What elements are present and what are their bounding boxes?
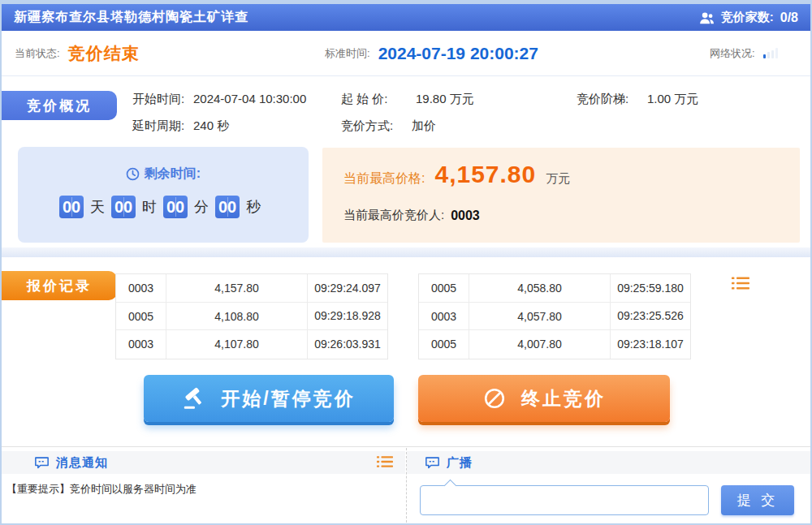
time-cell: 09:26:03.931 [308, 330, 387, 358]
submit-button[interactable]: 提 交 [721, 485, 794, 515]
countdown-unit-day: 天 [90, 197, 105, 217]
bidder-cell: 0003 [419, 303, 469, 330]
broadcast-input[interactable] [420, 485, 709, 515]
bid-step-value: 1.00 万元 [647, 92, 698, 107]
delay-period-value: 240 秒 [193, 118, 229, 134]
start-time-value: 2024-07-04 10:30:00 [193, 92, 306, 105]
notice-panel-header: 消息通知 [2, 451, 405, 474]
bidder-cell: 0005 [419, 330, 469, 359]
bid-method-label: 竞价方式: [341, 118, 393, 134]
highest-bidder-line: 当前最高价竞价人: 0003 [343, 208, 480, 223]
highest-price-value: 4,157.80 [434, 161, 536, 188]
bidders-label: 竞价家数: [721, 10, 774, 25]
time-cell: 09:23:18.107 [611, 330, 690, 358]
network-status: 网络状况: [710, 31, 778, 75]
bid-records-table-left: 0003 4,157.80 09:29:24.097 0005 4,108.80… [115, 273, 388, 359]
clock-icon [126, 167, 140, 181]
bidders-count: 0/8 [780, 11, 798, 25]
price-cell: 4,007.80 [469, 330, 611, 359]
highest-price-line: 当前最高价格: 4,157.80 万元 [343, 161, 570, 188]
standard-time: 标准时间: 2024-07-19 20:00:27 [325, 31, 538, 75]
bidder-cell: 0005 [419, 274, 469, 302]
time-cell: 09:29:18.928 [308, 302, 387, 329]
broadcast-panel-header: 广播 [407, 451, 810, 474]
chat-bubble-icon [425, 456, 440, 470]
user-group-icon [699, 11, 715, 24]
countdown-unit-minute: 分 [194, 197, 209, 217]
table-row: 0005 4,007.80 09:23:18.107 [419, 330, 690, 359]
ban-icon [482, 386, 507, 411]
section-divider [2, 247, 810, 257]
highest-bidder-label: 当前最高价竞价人: [343, 208, 444, 223]
price-cell: 4,107.80 [166, 330, 308, 359]
highest-price-unit: 万元 [546, 171, 570, 187]
start-pause-label: 开始/暂停竞价 [221, 386, 355, 411]
countdown-hours: 00 [111, 196, 136, 218]
delay-period-label: 延时周期: [132, 118, 184, 134]
current-status: 当前状态: 竞价结束 [15, 31, 140, 75]
gavel-icon [182, 386, 206, 411]
standard-time-label: 标准时间: [325, 46, 370, 61]
bid-records-table-right: 0005 4,058.80 09:25:59.180 0003 4,057.80… [418, 273, 691, 359]
time-cell: 09:23:25.526 [611, 302, 690, 329]
price-cell: 4,108.80 [166, 303, 308, 330]
highest-price-label: 当前最高价格: [343, 170, 425, 187]
price-cell: 4,157.80 [166, 274, 308, 302]
standard-time-value: 2024-07-19 20:00:27 [378, 44, 538, 63]
price-cell: 4,058.80 [469, 274, 611, 302]
current-status-value: 竞价结束 [68, 42, 140, 65]
bidder-cell: 0003 [116, 330, 166, 359]
bidder-cell: 0005 [116, 303, 166, 330]
price-cell: 4,057.80 [469, 303, 611, 330]
countdown-days: 00 [59, 196, 84, 218]
table-row: 0003 4,157.80 09:29:24.097 [116, 274, 387, 303]
title-bar: 新疆察布查尔县塔勒德村陶瓷土矿详查 竞价家数: 0/8 [2, 4, 810, 31]
page-title: 新疆察布查尔县塔勒德村陶瓷土矿详查 [14, 9, 248, 26]
terminate-label: 终止竞价 [521, 386, 606, 411]
status-bar: 当前状态: 竞价结束 标准时间: 2024-07-19 20:00:27 网络状… [2, 31, 810, 76]
table-row: 0003 4,107.80 09:26:03.931 [116, 330, 387, 359]
countdown-unit-second: 秒 [246, 197, 261, 217]
countdown-panel: 剩余时间: 00 天 00 时 00 分 00 秒 [18, 147, 309, 243]
start-time-label: 开始时间: [132, 92, 184, 107]
auction-page: 新疆察布查尔县塔勒德村陶瓷土矿详查 竞价家数: 0/8 当前状态: 竞价结束 标… [0, 0, 812, 525]
current-status-label: 当前状态: [15, 46, 60, 61]
start-pause-bidding-button[interactable]: 开始/暂停竞价 [144, 375, 394, 422]
highest-bidder-value: 0003 [451, 209, 480, 223]
countdown-minutes: 00 [163, 196, 188, 218]
list-icon[interactable] [732, 276, 749, 290]
countdown-title: 剩余时间: [18, 166, 309, 183]
start-price-value: 19.80 万元 [416, 92, 474, 107]
countdown-unit-hour: 时 [142, 197, 157, 217]
tab-bidding-overview: 竞价概况 [2, 91, 117, 120]
signal-icon [763, 48, 778, 58]
countdown-seconds: 00 [215, 196, 240, 218]
time-cell: 09:25:59.180 [611, 274, 690, 302]
bidder-cell: 0003 [116, 274, 166, 302]
chat-bubble-icon [34, 456, 50, 470]
countdown-label: 剩余时间: [145, 166, 201, 183]
bid-method-value: 加价 [412, 118, 436, 134]
countdown-digits: 00 天 00 时 00 分 00 秒 [18, 196, 309, 218]
notice-message: 【重要提示】竞价时间以服务器时间为准 [6, 482, 197, 497]
broadcast-title: 广播 [447, 455, 473, 471]
list-icon[interactable] [377, 455, 393, 468]
table-row: 0005 4,058.80 09:25:59.180 [419, 274, 690, 303]
time-cell: 09:29:24.097 [308, 274, 387, 302]
table-row: 0005 4,108.80 09:29:18.928 [116, 303, 387, 331]
bidders-counter: 竞价家数: 0/8 [699, 10, 798, 25]
highest-price-panel: 当前最高价格: 4,157.80 万元 当前最高价竞价人: 0003 [322, 148, 800, 243]
terminate-bidding-button[interactable]: 终止竞价 [418, 375, 670, 422]
network-status-label: 网络状况: [710, 46, 755, 61]
bottom-separator [2, 446, 810, 447]
notice-title: 消息通知 [56, 455, 108, 471]
start-price-label: 起 始 价: [341, 92, 388, 107]
tab-bid-records: 报价记录 [2, 271, 117, 300]
table-row: 0003 4,057.80 09:23:25.526 [419, 303, 690, 331]
bid-step-label: 竞价阶梯: [577, 92, 628, 107]
